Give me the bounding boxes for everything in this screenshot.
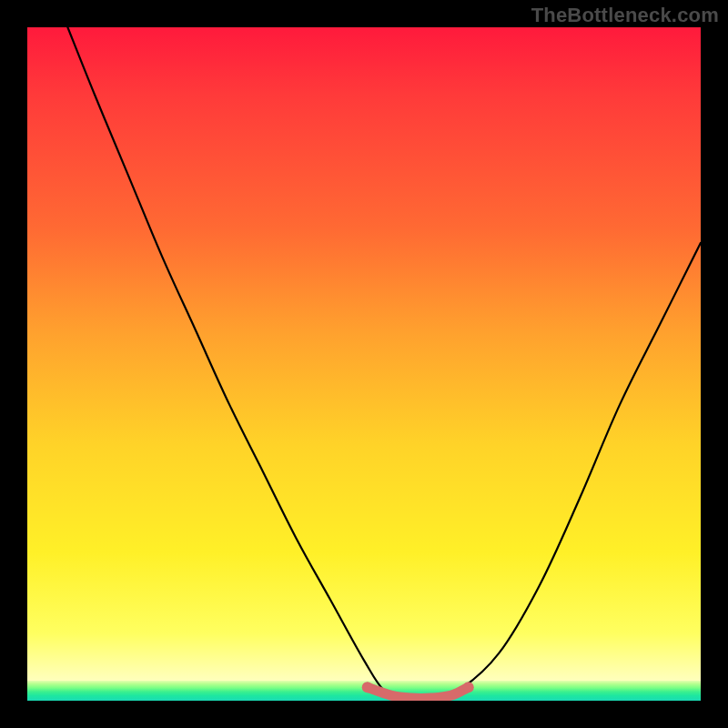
optimal-zone-dot-left [362,682,373,693]
optimal-zone-dot-right [463,682,474,693]
bottleneck-curve-line [67,27,701,698]
plot-area [27,27,701,701]
watermark-text: TheBottleneck.com [531,4,719,27]
optimal-zone-line [368,687,469,698]
chart-frame: TheBottleneck.com [0,0,728,728]
chart-svg [27,27,701,701]
